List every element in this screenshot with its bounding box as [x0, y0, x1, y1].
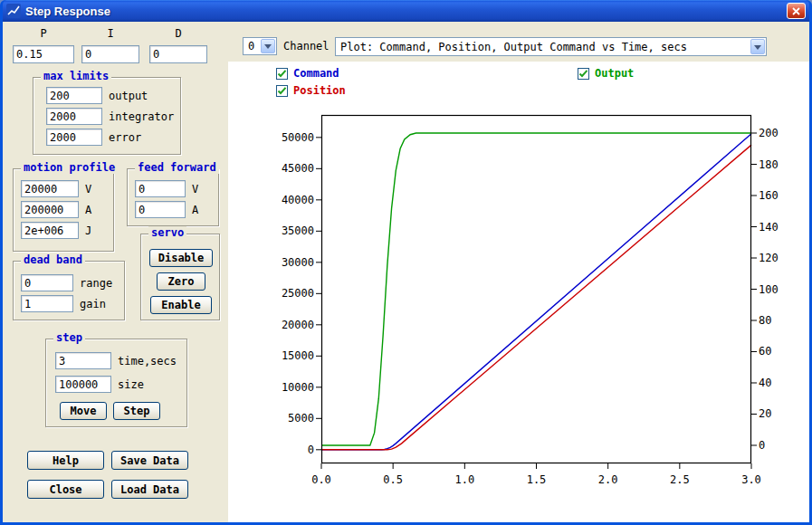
- max-limits-group: max limits output integrator error: [33, 77, 181, 155]
- left-axis-tick-label: 25000: [260, 286, 314, 301]
- output-checkbox[interactable]: [578, 68, 589, 80]
- command-checkbox[interactable]: [276, 68, 288, 80]
- chart: 0500010000150002000025000300003500040000…: [321, 115, 751, 463]
- move-button[interactable]: Move: [60, 402, 107, 420]
- right-axis-tick-label: 160: [759, 188, 779, 203]
- servo-title: servo: [148, 226, 186, 239]
- x-axis-tick-label: 2.0: [586, 472, 631, 487]
- range-input[interactable]: [21, 274, 73, 291]
- i-input[interactable]: [81, 45, 139, 63]
- step-time-input[interactable]: [55, 352, 111, 369]
- right-axis-tick-label: 20: [759, 406, 771, 421]
- right-axis-tick-label: 0: [759, 438, 765, 453]
- checkmark-icon: [277, 69, 287, 79]
- max-limits-title: max limits: [41, 70, 111, 82]
- x-axis-tick-label: 3.0: [729, 472, 774, 487]
- plot-dropdown-arrow-icon[interactable]: [750, 39, 765, 54]
- step-group: step time,secs size Move Step: [45, 339, 187, 427]
- left-axis-tick-label: 0: [260, 443, 314, 457]
- left-axis-tick-label: 10000: [260, 380, 314, 395]
- channel-label: Channel: [283, 40, 330, 52]
- right-axis-tick-label: 40: [759, 376, 771, 390]
- channel-dropdown-arrow-icon[interactable]: [261, 39, 275, 53]
- max-output-input[interactable]: [46, 87, 102, 104]
- app-icon: [6, 4, 21, 18]
- position-checkbox[interactable]: [276, 85, 288, 97]
- channel-value: 0: [248, 38, 259, 54]
- x-axis-tick-label: 1.5: [514, 472, 559, 487]
- channel-select[interactable]: 0: [243, 37, 277, 55]
- command-checkbox-label[interactable]: Command: [293, 67, 339, 80]
- left-axis-tick-label: 35000: [260, 224, 314, 238]
- x-axis-tick-label: 0.0: [299, 472, 344, 487]
- left-axis-tick-label: 5000: [260, 411, 314, 425]
- jerk-label: J: [85, 224, 91, 237]
- close-window-button[interactable]: Close: [27, 480, 104, 499]
- titlebar: Step Response: [3, 0, 809, 22]
- p-label: P: [13, 27, 74, 40]
- feed-forward-group: feed forward V A: [127, 168, 219, 226]
- load-data-button[interactable]: Load Data: [111, 480, 188, 499]
- ff-velocity-label: V: [192, 183, 198, 196]
- d-input[interactable]: [149, 45, 207, 63]
- checkmark-icon: [578, 69, 588, 79]
- step-size-input[interactable]: [55, 376, 111, 393]
- acceleration-label: A: [85, 204, 91, 216]
- jerk-input[interactable]: [21, 222, 79, 239]
- step-size-label: size: [118, 378, 144, 391]
- series-output-line: [321, 133, 751, 445]
- close-button[interactable]: [787, 3, 806, 19]
- close-icon: [792, 7, 800, 15]
- motion-profile-title: motion profile: [21, 161, 118, 174]
- velocity-input[interactable]: [21, 180, 79, 197]
- step-time-label: time,secs: [118, 355, 177, 368]
- left-axis-tick-label: 30000: [260, 255, 314, 270]
- left-axis-tick-label: 50000: [260, 130, 314, 145]
- left-axis-tick-label: 20000: [260, 318, 314, 332]
- gain-input[interactable]: [21, 295, 73, 312]
- max-integrator-input[interactable]: [46, 108, 102, 125]
- dead-band-title: dead band: [21, 253, 85, 266]
- dead-band-group: dead band range gain: [13, 261, 125, 320]
- plot-select-value: Plot: Command, Position, Output Command …: [340, 38, 749, 55]
- velocity-label: V: [85, 183, 91, 196]
- acceleration-input[interactable]: [21, 201, 79, 218]
- max-error-input[interactable]: [46, 129, 102, 146]
- step-button[interactable]: Step: [113, 402, 160, 420]
- save-data-button[interactable]: Save Data: [111, 451, 188, 470]
- p-input[interactable]: [13, 45, 74, 63]
- feed-forward-title: feed forward: [135, 161, 219, 174]
- i-label: I: [81, 27, 139, 40]
- position-checkbox-label[interactable]: Position: [293, 84, 346, 97]
- help-button[interactable]: Help: [27, 451, 104, 470]
- left-axis-tick-label: 45000: [260, 161, 314, 176]
- plot-area: [321, 115, 751, 463]
- dialog-body: P I D 0 Channel Plot: Command, Position,…: [3, 22, 809, 522]
- left-axis-tick-label: 40000: [260, 193, 314, 207]
- right-axis-tick-label: 180: [759, 158, 779, 172]
- x-axis-tick-label: 1.0: [442, 472, 487, 487]
- max-error-label: error: [109, 131, 141, 144]
- right-axis-tick-label: 80: [759, 313, 771, 328]
- step-title: step: [53, 331, 85, 344]
- right-axis-tick-label: 120: [759, 251, 779, 265]
- d-label: D: [149, 27, 207, 40]
- ff-acceleration-input[interactable]: [135, 201, 186, 218]
- right-axis-tick-label: 140: [759, 220, 779, 234]
- enable-button[interactable]: Enable: [150, 296, 212, 314]
- zero-button[interactable]: Zero: [157, 272, 205, 291]
- checkmark-icon: [277, 86, 287, 96]
- disable-button[interactable]: Disable: [149, 249, 213, 267]
- max-output-label: output: [109, 90, 148, 102]
- left-axis-tick-label: 15000: [260, 348, 314, 363]
- motion-profile-group: motion profile V A J: [13, 168, 114, 252]
- range-label: range: [80, 277, 112, 290]
- right-axis-tick-label: 200: [759, 126, 779, 140]
- gain-label: gain: [80, 298, 106, 310]
- ff-velocity-input[interactable]: [135, 180, 186, 197]
- plot-canvas: Command Position Output 0500010000150002…: [228, 62, 809, 522]
- max-integrator-label: integrator: [109, 110, 174, 123]
- x-axis-tick-label: 0.5: [370, 472, 416, 487]
- plot-select[interactable]: Plot: Command, Position, Output Command …: [335, 37, 767, 56]
- output-checkbox-label[interactable]: Output: [595, 67, 634, 80]
